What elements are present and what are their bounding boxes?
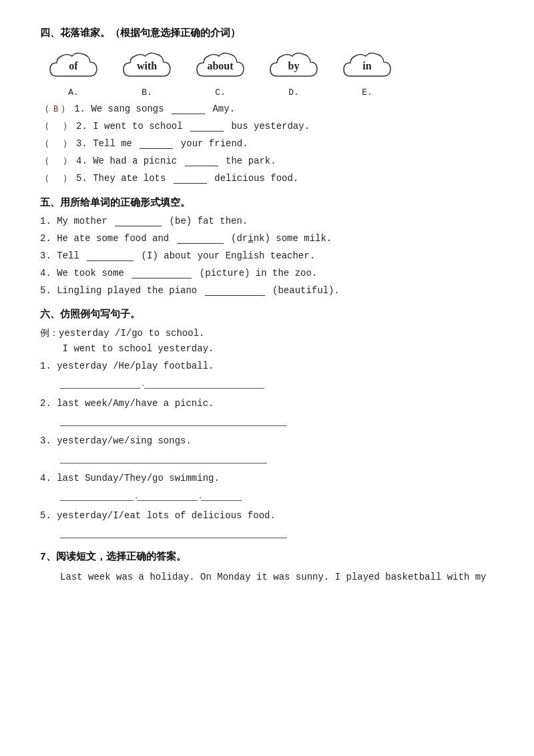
qa-row-1: （ B ） 1. We sang songs Amy. [40, 103, 494, 115]
cloud-label-of: of [69, 60, 77, 72]
cloud-item-C: about C. [194, 46, 247, 98]
qa-text-3: 3. Tell me your friend. [76, 138, 248, 149]
write-line-4: . . [60, 488, 494, 501]
cloud-item-A: of A. [47, 46, 100, 98]
fill-blank-5[interactable] [205, 295, 265, 296]
qa-row-5: （ ） 5. They ate lots delicious food. [40, 172, 494, 184]
qa-text-5: 5. They ate lots delicious food. [76, 173, 298, 184]
cloud-letter-A: A. [68, 87, 79, 98]
qa-text-1: 1. We sang songs Amy. [74, 104, 235, 114]
cloud-item-E: in E. [340, 46, 394, 98]
write-line-1: . [60, 375, 494, 389]
section-7-title: 7、阅读短文，选择正确的答案。 [40, 550, 494, 563]
section-7: 7、阅读短文，选择正确的答案。 Last week was a holiday.… [40, 550, 494, 584]
write-prompt-5: 5. yesterday/I/eat lots of delicious foo… [40, 510, 494, 521]
qa-text-2: 2. I went to school bus yesterday. [76, 121, 310, 132]
cloud-letter-E: E. [362, 87, 372, 98]
write-line-2 [60, 413, 287, 426]
cloud-with: with [120, 46, 174, 86]
cloud-by: by [267, 46, 320, 86]
section-4-title: 四、花落谁家。（根据句意选择正确的介词） [40, 27, 494, 39]
write-prompt-3: 3. yesterday/we/sing songs. [40, 435, 494, 446]
answer-q1: B [53, 105, 58, 114]
fill-blank-4[interactable] [131, 278, 192, 278]
cloud-in: in [340, 46, 394, 86]
cloud-letter-B: B. [142, 87, 152, 98]
section-6-title: 六、仿照例句写句子。 [40, 308, 494, 321]
qa-row-3: （ ） 3. Tell me your friend. [40, 138, 494, 150]
blank-4[interactable] [185, 166, 218, 166]
cloud-about: about [194, 46, 247, 86]
cloud-label-about: about [207, 60, 233, 72]
fill-blank-2[interactable] [177, 243, 224, 244]
cloud-of: of [47, 46, 100, 86]
cloud-row: of A. with B. about C. [40, 46, 494, 98]
fill-blank-1[interactable] [115, 226, 162, 226]
blank-5[interactable] [174, 183, 207, 184]
section-5-title: 五、用所给单词的正确形式填空。 [40, 196, 494, 209]
section-6: 六、仿照例句写句子。 例：yesterday /I/go to school. … [40, 308, 494, 538]
write-prompt-2: 2. last week/Amy/have a picnic. [40, 398, 494, 409]
example-answer-text: I went to school yesterday. [40, 343, 494, 354]
fill-row-5: 5. Lingling played the piano (beautiful)… [40, 285, 494, 296]
qa-row-2: （ ） 2. I went to school bus yesterday. [40, 120, 494, 132]
cloud-letter-C: C. [215, 87, 226, 98]
qa-section-4: （ B ） 1. We sang songs Amy. （ ） 2. I wen… [40, 103, 494, 184]
write-prompt-4: 4. last Sunday/They/go swimming. [40, 473, 494, 484]
reading-text: Last week was a holiday. On Monday it wa… [40, 570, 494, 584]
blank-2[interactable] [190, 131, 224, 132]
cloud-item-B: with B. [120, 46, 174, 98]
cloud-label-with: with [137, 60, 157, 72]
qa-row-4: （ ） 4. We had a picnic the park. [40, 155, 494, 167]
fill-row-3: 3. Tell (I) about your English teacher. [40, 250, 494, 261]
blank-1[interactable] [172, 114, 205, 114]
write-prompt-1: 1. yesterday /He/play football. [40, 361, 494, 371]
example-prompt-label: 例：yesterday /I/go to school. [40, 327, 494, 339]
fill-row-4: 4. We took some (picture) in the zoo. [40, 268, 494, 278]
cloud-item-D: by D. [267, 46, 320, 98]
blank-3[interactable] [140, 148, 173, 149]
section-5: 五、用所给单词的正确形式填空。 1. My mother (be) fat th… [40, 196, 494, 296]
cloud-label-in: in [362, 60, 371, 72]
cloud-label-by: by [288, 60, 300, 72]
fill-blank-3[interactable] [87, 260, 134, 261]
qa-text-4: 4. We had a picnic the park. [76, 156, 276, 166]
section-4: 四、花落谁家。（根据句意选择正确的介词） of A. with B. [40, 27, 494, 184]
fill-row-1: 1. My mother (be) fat then. [40, 216, 494, 226]
write-line-3 [60, 450, 267, 463]
fill-row-2: 2. He ate some food and (drink) some mil… [40, 233, 494, 244]
write-line-5 [60, 525, 287, 538]
cloud-letter-D: D. [288, 87, 299, 98]
